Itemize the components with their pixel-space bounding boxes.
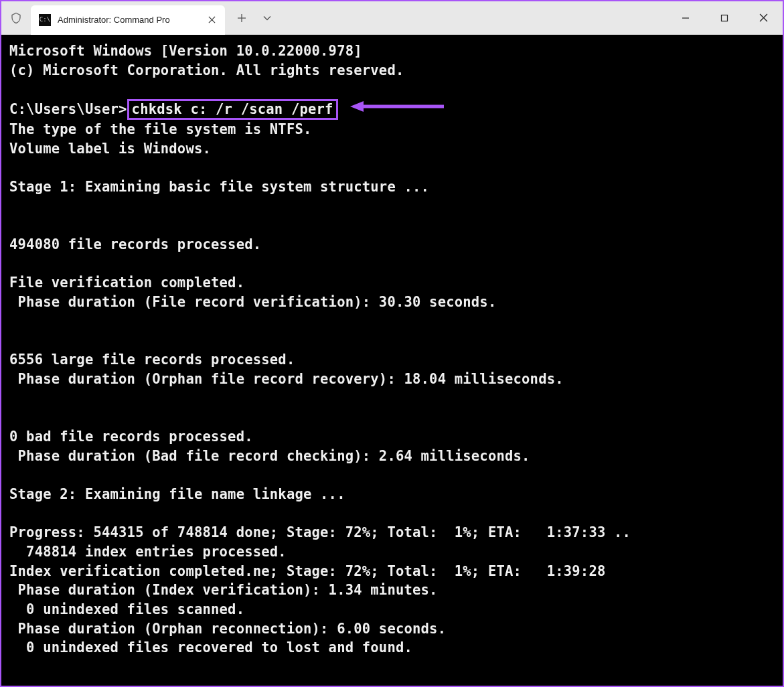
window-controls	[666, 1, 783, 34]
cmd-icon: C:\	[39, 14, 51, 26]
line-index: 748814 index entries processed.	[9, 544, 287, 560]
line-phase1: Phase duration (File record verification…	[9, 294, 496, 310]
line-phase4: Phase duration (Index verification): 1.3…	[9, 582, 438, 598]
line-filerec: 494080 file records processed.	[9, 236, 261, 252]
tab-close-button[interactable]	[205, 13, 218, 27]
tab-title: Administrator: Command Pro	[58, 15, 198, 25]
line-unidx2: 0 unindexed files recovered to lost and …	[9, 639, 412, 656]
shield-icon	[10, 12, 22, 24]
line-copyright: (c) Microsoft Corporation. All rights re…	[9, 62, 404, 78]
line-large: 6556 large file records processed.	[9, 352, 295, 368]
svg-rect-5	[722, 15, 728, 21]
maximize-button[interactable]	[705, 1, 744, 34]
line-stage2: Stage 2: Examining file name linkage ...	[9, 486, 345, 502]
minimize-button[interactable]	[666, 1, 705, 34]
minimize-icon	[682, 14, 690, 22]
app-icon-wrap	[1, 12, 31, 24]
line-unidx1: 0 unindexed files scanned.	[9, 601, 244, 617]
line-idxver: Index verification completed.ne; Stage: …	[9, 563, 606, 579]
line-fs: The type of the file system is NTFS.	[9, 121, 312, 137]
close-window-button[interactable]	[744, 1, 783, 34]
line-fverify: File verification completed.	[9, 275, 244, 291]
line-phase3: Phase duration (Bad file record checking…	[9, 448, 530, 464]
prompt: C:\Users\User>	[9, 101, 127, 117]
terminal-output[interactable]: Microsoft Windows [Version 10.0.22000.97…	[1, 35, 783, 686]
window-titlebar: C:\ Administrator: Command Pro	[1, 1, 783, 35]
tab-dropdown-button[interactable]	[256, 7, 279, 29]
close-icon	[208, 16, 216, 23]
line-progress: Progress: 544315 of 748814 done; Stage: …	[9, 524, 631, 540]
line-version: Microsoft Windows [Version 10.0.22000.97…	[9, 43, 362, 59]
tab-utility	[230, 7, 279, 29]
chevron-down-icon	[263, 15, 271, 21]
line-vol: Volume label is Windows.	[9, 141, 211, 157]
line-bad: 0 bad file records processed.	[9, 429, 253, 445]
svg-marker-9	[350, 101, 364, 112]
annotation-arrow	[350, 99, 444, 119]
command-highlight: chkdsk c: /r /scan /perf	[127, 99, 338, 120]
plus-icon	[238, 14, 246, 22]
new-tab-button[interactable]	[230, 7, 253, 29]
command-text: chkdsk c: /r /scan /perf	[132, 101, 333, 117]
line-phase2: Phase duration (Orphan file record recov…	[9, 371, 564, 387]
window-tab[interactable]: C:\ Administrator: Command Pro	[31, 5, 225, 35]
maximize-icon	[720, 14, 728, 22]
close-icon	[759, 13, 768, 22]
line-phase5: Phase duration (Orphan reconnection): 6.…	[9, 621, 446, 637]
line-stage1: Stage 1: Examining basic file system str…	[9, 179, 429, 195]
